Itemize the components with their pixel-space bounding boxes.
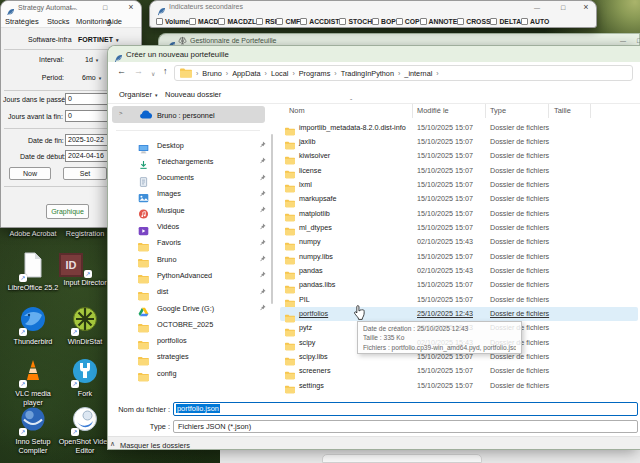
file-row-portfolios[interactable]: portfolios 25/10/2025 12:43 Dossier de f…	[280, 307, 638, 321]
filetype-select[interactable]: Fichiers JSON (*.json)	[173, 420, 638, 433]
checkbox-annote[interactable]: ANNOTE	[420, 18, 458, 25]
menu-stocks[interactable]: Stocks	[47, 17, 70, 26]
close-button[interactable]	[578, 1, 594, 14]
checkbox-icon[interactable]	[189, 18, 196, 25]
checkbox-icon[interactable]	[256, 18, 263, 25]
menu-strategies[interactable]: Stratégies	[5, 17, 39, 26]
file-row-lxml[interactable]: lxml 15/10/2025 15:07 Dossier de fichier…	[280, 177, 638, 191]
sidebar-item-onedrive-root[interactable]: > Bruno : personnel	[112, 106, 265, 123]
file-row-pil[interactable]: PIL 15/10/2025 15:07 Dossier de fichiers	[280, 292, 638, 306]
checkbox-accdist[interactable]: ACCDIST	[300, 18, 339, 25]
file-row-numpy-libs[interactable]: numpy.libs 15/10/2025 15:07 Dossier de f…	[280, 249, 638, 263]
up-icon[interactable]: ↑	[163, 66, 168, 76]
desktop-shortcut-fork[interactable]: ↗ Fork	[58, 358, 112, 399]
checkbox-cross[interactable]: CROSS	[457, 18, 490, 25]
column-header-name[interactable]: Nom	[289, 106, 305, 115]
checkbox-stoch[interactable]: STOCH	[339, 18, 372, 25]
file-row-pandas[interactable]: pandas 02/10/2025 15:43 Dossier de fichi…	[280, 264, 638, 278]
profile-dropdown[interactable]: FORTINET	[78, 36, 119, 43]
column-divider[interactable]	[548, 104, 549, 118]
desktop-shortcut-vlc-media-player[interactable]: ↗ VLC media player	[6, 358, 60, 407]
checkbox-volume[interactable]: Volume	[156, 18, 189, 25]
menu-aide[interactable]: Aide	[107, 17, 122, 26]
minimize-button[interactable]	[529, 1, 545, 14]
expand-chevron-icon[interactable]: >	[119, 110, 123, 116]
desktop-shortcut-registration[interactable]: ↗ Registration	[58, 228, 112, 239]
file-row-numpy[interactable]: numpy 02/10/2025 15:43 Dossier de fichie…	[280, 235, 638, 249]
checkbox-macd[interactable]: MACD	[189, 18, 218, 25]
file-row-pandas-libs[interactable]: pandas.libs 15/10/2025 15:07 Dossier de …	[280, 278, 638, 292]
interval-dropdown[interactable]: 1d	[85, 56, 98, 63]
checkbox-rsi[interactable]: RSI	[256, 18, 276, 25]
breadcrumb-item-appdata[interactable]: AppData	[232, 69, 260, 78]
breadcrumb-item-local[interactable]: Local	[271, 69, 288, 78]
breadcrumb-item-bruno[interactable]: Bruno	[202, 69, 221, 78]
organize-menu[interactable]: Organiser	[119, 90, 157, 99]
period-dropdown[interactable]: 6mo	[82, 74, 101, 81]
sidebar-item-dist[interactable]: dist	[112, 284, 265, 300]
desktop-shortcut-thunderbird[interactable]: ↗ Thunderbird	[6, 306, 60, 347]
column-header-modified[interactable]: Modifié le	[417, 106, 449, 115]
checkbox-icon[interactable]	[276, 18, 283, 25]
menu-monitoring[interactable]: Monitoring	[76, 17, 111, 26]
checkbox-icon[interactable]	[156, 18, 163, 25]
column-header-size[interactable]: Taille	[554, 106, 571, 115]
checkbox-icon[interactable]	[521, 18, 528, 25]
checkbox-auto[interactable]: AUTO	[521, 18, 549, 25]
column-header-type[interactable]: Type	[490, 106, 506, 115]
checkbox-bop[interactable]: BOP	[372, 18, 396, 25]
graph-button[interactable]: Graphique	[46, 204, 89, 219]
sidebar-item-vid-os[interactable]: Vidéos	[112, 219, 265, 235]
checkbox-icon[interactable]	[339, 18, 346, 25]
desktop-shortcut-input-director[interactable]: ID↗ Input Director	[58, 252, 112, 288]
file-row-kiwisolver[interactable]: kiwisolver 15/10/2025 15:07 Dossier de f…	[280, 149, 638, 163]
checkbox-icon[interactable]	[300, 18, 307, 25]
checkbox-icon[interactable]	[218, 18, 225, 25]
column-divider[interactable]	[412, 104, 413, 118]
new-folder-button[interactable]: Nouveau dossier	[165, 90, 221, 99]
file-row-jaxlib[interactable]: jaxlib 15/10/2025 15:07 Dossier de fichi…	[280, 134, 638, 148]
sidebar-item-musique[interactable]: Musique	[112, 202, 265, 218]
set-button[interactable]: Set	[63, 167, 107, 180]
back-icon[interactable]: ←	[117, 66, 126, 76]
hide-folders-button[interactable]: Masquer les dossiers	[120, 441, 190, 450]
checkbox-icon[interactable]	[490, 18, 497, 25]
file-row-settings[interactable]: settings 15/10/2025 15:07 Dossier de fic…	[280, 378, 638, 392]
desktop-shortcut-openshot-video-editor[interactable]: ↗ OpenShot Video Editor	[58, 406, 112, 455]
sidebar-scrollbar[interactable]	[271, 134, 273, 304]
file-row-screeners[interactable]: screeners 15/10/2025 15:07 Dossier de fi…	[280, 364, 638, 378]
now-button[interactable]: Now	[9, 167, 51, 180]
desktop-shortcut-adobe-acrobat[interactable]: ↗ Adobe Acrobat	[6, 228, 60, 239]
checkbox-cop[interactable]: COP	[396, 18, 420, 25]
file-row-license[interactable]: license 15/10/2025 15:07 Dossier de fich…	[280, 163, 638, 177]
checkbox-icon[interactable]	[420, 18, 427, 25]
recent-locations-icon[interactable]: ∨	[151, 70, 155, 77]
close-button[interactable]	[123, 1, 139, 14]
desktop-shortcut-libreoffice-25-2[interactable]: ↗ LibreOffice 25.2	[6, 252, 60, 293]
checkbox-cmf[interactable]: CMF	[276, 18, 300, 25]
column-divider[interactable]	[590, 104, 591, 118]
file-row-markupsafe[interactable]: markupsafe 15/10/2025 15:07 Dossier de f…	[280, 192, 638, 206]
maximize-button[interactable]	[97, 1, 113, 14]
sidebar-item-desktop[interactable]: Desktop	[112, 137, 265, 153]
checkbox-macdzl[interactable]: MACDZL	[218, 18, 256, 25]
checkbox-icon[interactable]	[457, 18, 464, 25]
desktop-shortcut-windirstat[interactable]: ↗ WinDirStat	[58, 306, 112, 347]
sidebar-item-bruno[interactable]: Bruno	[112, 251, 265, 267]
sidebar-item-t-l-chargements[interactable]: Téléchargements	[112, 153, 265, 169]
sidebar-item-documents[interactable]: Documents	[112, 170, 265, 186]
column-divider[interactable]	[485, 104, 486, 118]
breadcrumb-item-tradinginpython[interactable]: TradingInPython	[341, 69, 394, 78]
sidebar-item-strategies[interactable]: strategies	[112, 349, 265, 365]
sidebar-item-pythonadvanced[interactable]: PythonAdvanced	[112, 267, 265, 283]
file-row-importlib-metadata-8-2-0-dist-info[interactable]: importlib_metadata-8.2.0.dist-info 15/10…	[280, 120, 638, 134]
sidebar-item-favoris[interactable]: Favoris	[112, 235, 265, 251]
forward-icon[interactable]: →	[134, 66, 143, 76]
breadcrumb-item-programs[interactable]: Programs	[299, 69, 331, 78]
desktop-shortcut-inno-setup-compiler[interactable]: ↗ Inno Setup Compiler	[6, 406, 60, 455]
sidebar-item-portfolios[interactable]: portfolios	[112, 333, 265, 349]
file-row-ml-dtypes[interactable]: ml_dtypes 15/10/2025 15:07 Dossier de fi…	[280, 220, 638, 234]
sidebar-item-images[interactable]: Images	[112, 186, 265, 202]
checkbox-icon[interactable]	[372, 18, 379, 25]
breadcrumb[interactable]: › Bruno › AppData › Local › Programs › T…	[174, 65, 633, 81]
